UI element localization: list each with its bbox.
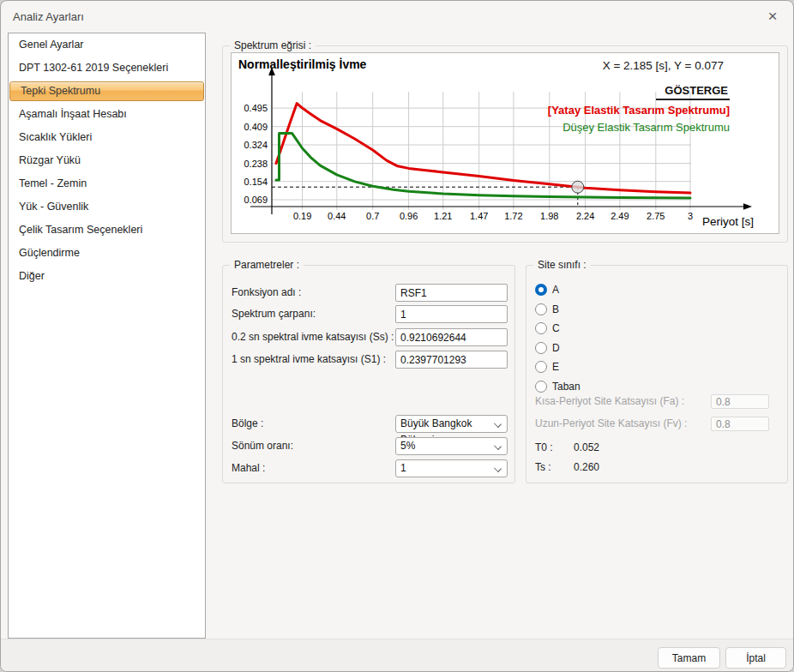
svg-text:2.49: 2.49 [611,211,629,221]
parameters-group-label: Parametreler : [230,259,304,272]
sidebar-item-tepki-spektrumu[interactable]: Tepki Spektrumu [9,81,204,101]
sidebar-item-ruzgar-yuku[interactable]: Rüzgar Yükü [9,149,205,172]
radio-icon[interactable] [535,322,547,334]
function-name-label: Fonksiyon adı : [232,284,301,302]
ok-button[interactable]: Tamam [658,647,720,669]
fa-row: Kısa-Periyot Site Katsayısı (Fa) : [526,394,784,409]
sidebar-item-genel-ayarlar[interactable]: Genel Ayarlar [9,33,205,57]
damping-ratio-dropdown-value: 5% [400,440,415,452]
svg-text:2.75: 2.75 [647,211,665,221]
spectrum-multiplier-label: Spektrum çarpanı: [232,305,316,323]
svg-text:1.47: 1.47 [470,211,488,221]
svg-text:1.21: 1.21 [434,211,452,221]
svg-text:1.72: 1.72 [504,211,522,221]
radio-icon[interactable] [535,361,547,373]
ts-row: Ts : 0.260 [535,460,551,474]
svg-text:0.154: 0.154 [244,177,268,187]
radio-icon[interactable] [535,342,547,354]
sidebar-item-yuk-guvenlik[interactable]: Yük - Güvenlik [9,195,205,219]
s1-coefficient-label: 1 sn spektral ivme katsayısı (S1) : [232,351,386,369]
site-class-option-e[interactable]: E [535,358,559,372]
sidebar: Genel Ayarlar DPT 1302-61 2019 Seçenekle… [8,33,206,639]
svg-text:0.44: 0.44 [328,211,346,221]
legend-title: GÖSTERGE [656,84,730,100]
ts-value: 0.260 [574,460,599,474]
svg-text:0.495: 0.495 [244,103,268,113]
site-class-option-c[interactable]: C [535,320,560,333]
fa-input [711,394,769,409]
spectrum-chart-area: 0.0690.1540.2380.3240.4090.4950.190.440.… [231,52,779,234]
locality-dropdown-value: 1 [400,462,406,474]
titlebar: Analiz Ayarları × [1,1,793,33]
locality-dropdown[interactable]: 1 [395,459,508,477]
t0-label: T0 : [535,441,553,453]
region-label: Bölge : [232,415,263,433]
footer-bar: Tamam İptal [1,639,793,671]
sidebar-item-sicaklik-yukleri[interactable]: Sıcaklık Yükleri [9,126,205,149]
analysis-settings-dialog: Analiz Ayarları × Genel Ayarlar DPT 1302… [0,0,794,672]
site-class-option-d[interactable]: D [535,339,560,353]
svg-text:0.238: 0.238 [244,159,268,169]
sidebar-item-diger[interactable]: Diğer [9,265,205,288]
svg-text:0.96: 0.96 [400,211,418,221]
fa-label: Kısa-Periyot Site Katsayısı (Fa) : [535,394,684,409]
dropdown-row: Mahal : 1 [223,459,514,477]
sidebar-item-asamali-insaat[interactable]: Aşamalı İnşaat Hesabı [9,103,205,126]
chevron-down-icon [494,420,502,428]
field-row: Spektrum çarpanı: [223,305,514,323]
fv-row: Uzun-Periyot Site Katsayısı (Fv) : [526,417,784,431]
sidebar-item-guclendirme[interactable]: Güçlendirme [9,242,205,265]
function-name-input[interactable] [395,284,508,302]
ss-coefficient-input[interactable] [395,328,508,346]
t0-value: 0.052 [574,441,599,454]
spectrum-chart[interactable]: 0.0690.1540.2380.3240.4090.4950.190.440.… [232,53,780,235]
sidebar-item-temel-zemin[interactable]: Temel - Zemin [9,172,205,195]
region-dropdown[interactable]: Büyük Bangkok Bölgesi [395,415,508,433]
svg-text:1.98: 1.98 [540,211,558,221]
field-row: Fonksiyon adı : [223,284,514,302]
ss-coefficient-label: 0.2 sn spektral ivme katsayısı (Ss) : [232,328,394,346]
ts-label: Ts : [535,461,551,473]
cursor-readout: X = 2.185 [s], Y = 0.077 [603,59,724,72]
parameters-groupbox: Parametreler : Fonksiyon adı : Spektrum … [222,265,515,483]
cancel-button[interactable]: İptal [725,647,786,669]
dropdown-row: Bölge : Büyük Bangkok Bölgesi [223,415,514,433]
site-class-group-label: Site sınıfı : [533,259,591,272]
s1-coefficient-input[interactable] [395,351,508,369]
fv-input [711,417,769,431]
legend-horizontal-spectrum: [Yatay Elastik Tasarım Spektrumu] [548,104,730,117]
svg-text:3: 3 [688,211,693,221]
field-row: 1 sn spektral ivme katsayısı (S1) : [223,351,514,369]
spectrum-multiplier-input[interactable] [395,305,508,323]
svg-text:2.24: 2.24 [576,211,594,221]
dropdown-row: Sönüm oranı: 5% [223,437,514,455]
damping-ratio-label: Sönüm oranı: [232,437,293,455]
chevron-down-icon [494,442,502,450]
field-row: 0.2 sn spektral ivme katsayısı (Ss) : [223,328,514,346]
close-icon[interactable]: × [759,4,786,28]
window-title: Analiz Ayarları [13,1,84,33]
t0-row: T0 : 0.052 [535,441,553,454]
site-class-option-taban[interactable]: Taban [535,378,580,392]
spectrum-group-label: Spektrum eğrisi : [230,39,316,52]
svg-text:0.19: 0.19 [293,211,311,221]
fv-label: Uzun-Periyot Site Katsayısı (Fv) : [535,417,687,431]
chevron-down-icon [494,465,502,472]
svg-text:0.7: 0.7 [366,211,379,221]
site-class-option-b[interactable]: B [535,301,559,315]
legend-vertical-spectrum: Düşey Elastik Tasarım Spektrumu [562,121,730,134]
svg-text:0.324: 0.324 [244,140,268,150]
x-axis-label: Periyot [s] [702,215,754,228]
radio-icon[interactable] [535,381,547,393]
radio-selected-icon[interactable] [535,284,547,296]
site-class-groupbox: Site sınıfı : A B C D E Taban Kısa-Periy… [526,265,788,483]
locality-label: Mahal : [232,459,265,477]
svg-text:0.069: 0.069 [244,195,268,205]
svg-text:0.409: 0.409 [244,122,268,132]
chart-title: Normalleştirilmiş İvme [238,57,366,71]
sidebar-item-dpt-secenekleri[interactable]: DPT 1302-61 2019 Seçenekleri [9,57,205,80]
site-class-option-a[interactable]: A [535,281,559,295]
sidebar-item-celik-tasarim[interactable]: Çelik Tasarım Seçenekleri [9,219,205,242]
damping-ratio-dropdown[interactable]: 5% [395,437,508,455]
radio-icon[interactable] [535,303,547,315]
